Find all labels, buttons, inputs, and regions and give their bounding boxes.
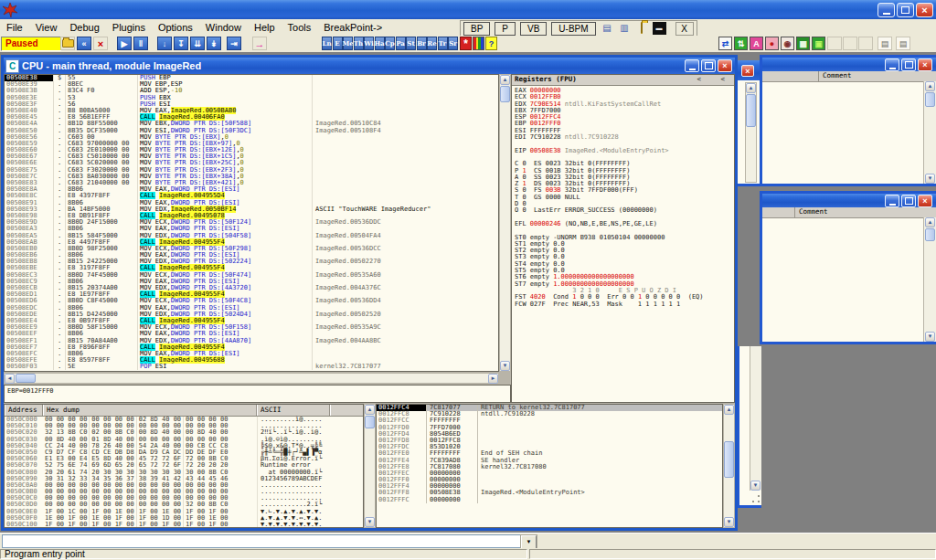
stack-row[interactable]: 0012FFFC00000000 [377,497,722,503]
command-combobox[interactable]: ▼ [2,534,537,548]
assemble-icon[interactable]: A [750,37,763,50]
scroll-right-icon[interactable]: ► [488,374,498,384]
registers-pane[interactable]: Registers (FPU) < < EAX 00000000ECX 0012… [511,74,735,403]
cpu-window[interactable]: C CPU - main thread, module ImageRed × 0… [1,55,738,531]
colors-icon[interactable] [473,37,484,50]
panel-button-e[interactable]: E [333,37,343,50]
background-window-sliver[interactable]: ▼ [737,346,761,508]
command-input[interactable] [4,536,525,546]
menu-item-file[interactable]: File [0,20,29,35]
stack-row[interactable]: 0012FFCCFFFFFFFF [377,417,722,424]
scroll-left-icon[interactable]: ◄ [5,374,15,384]
disasm-row[interactable]: 00508F03.5EPOP ESIkernel32.7C817077 [5,364,498,370]
stack-scrollbar[interactable]: ▲ ▼ [723,404,735,528]
scroll-down-icon[interactable]: ▼ [925,332,935,342]
restore-button[interactable] [897,3,914,17]
menu-item-view[interactable]: View [29,20,64,35]
plugin-close-button[interactable]: X [675,22,694,36]
close-button[interactable]: × [918,195,932,207]
registers-prev-icon[interactable]: < [697,75,701,84]
scroll-down-icon[interactable]: ▼ [724,517,734,527]
scrollbar[interactable]: ▼ [750,346,761,491]
console-icon[interactable]: ▬ [653,22,666,35]
minimize-button[interactable] [885,195,899,207]
dump-row[interactable]: 0050C1001F 00 1F 001F 00 1F 001F 00 1F 0… [5,522,363,528]
plugin-button-bp[interactable]: BP [463,22,490,36]
disassembly-pane[interactable]: 00508E38$55PUSH EBP00508E39.8BECMOV EBP,… [4,74,499,372]
panel-button-ha[interactable]: Ha [375,37,385,50]
maximize-button[interactable] [901,195,916,207]
disasm-row[interactable]: 00508EFE.E8 8597F8FFCALL ImageRed.004956… [5,357,498,364]
close-button[interactable]: × [918,58,932,71]
scroll-up-icon[interactable]: ▲ [925,217,935,227]
menu-item-plugins[interactable]: Plugins [106,20,152,35]
keypad-icon[interactable]: ▦ [796,37,810,50]
panel-button-re[interactable]: Re [427,37,437,50]
run-icon[interactable]: ▶ [117,37,132,50]
scroll-up-icon[interactable]: ▲ [925,81,935,91]
combo-dropdown-icon[interactable]: ▼ [521,535,537,549]
panel-button-br[interactable]: Br [417,37,427,50]
step-over-icon[interactable]: ↧ [174,37,188,50]
stack-row[interactable]: 0012FFF800508E38ImageRed.<ModuleEntryPoi… [377,490,722,496]
scroll-up-icon[interactable]: ▲ [724,405,734,415]
stack-row[interactable]: 0012FFE87C817080kernel32.7C817080 [377,464,722,470]
restart-icon[interactable]: « [77,37,91,50]
comment-window-top-title[interactable]: × [762,58,936,71]
stack-row[interactable]: 0012FFD80012FFC8 [377,438,722,444]
dump-pane[interactable]: Address Hex dump ASCII 0050C00000 00 00 … [4,404,364,528]
disasm-row[interactable]: 00508E3B.83C4 F0ADD ESP,-10 [5,88,498,94]
scroll-up-icon[interactable]: ▲ [746,83,756,93]
maximize-button[interactable] [701,59,716,72]
record-icon[interactable]: ● [765,37,779,50]
close-program-icon[interactable]: × [93,37,108,50]
maximize-button[interactable] [901,58,916,71]
help-icon[interactable]: ? [485,37,497,50]
scroll-up-icon[interactable]: ▲ [365,405,375,415]
spiral-icon[interactable]: ◉ [781,37,794,50]
disassembly-scrollbar[interactable]: ▲ ▼ [499,74,511,372]
scroll-down-icon[interactable]: ▼ [925,174,935,184]
menu-item-help[interactable]: Help [248,20,282,35]
stack-row[interactable]: 0012FFF000000000 [377,477,722,483]
stack-row[interactable]: 0012FFD48054B6ED [377,431,722,438]
scroll-down-icon[interactable]: ▼ [365,517,375,527]
close-button[interactable]: × [916,3,933,17]
menu-item-debug[interactable]: Debug [63,20,105,35]
new-doc-icon[interactable]: ▤ [601,22,614,35]
panel-button-tr[interactable]: Tr [438,37,448,50]
stack-row[interactable]: 0012FFE0FFFFFFFFEnd of SEH chain [377,450,722,457]
panel-button-pa[interactable]: Pa [396,37,406,50]
close-button[interactable]: × [718,59,732,72]
screen-icon[interactable]: ▣ [812,37,825,50]
menu-item-tools[interactable]: Tools [282,20,318,35]
panel-button-ln[interactable]: Ln [322,37,332,50]
updown-icon[interactable]: ⇅ [734,37,748,50]
background-window-title[interactable]: × [737,60,760,80]
appearance-icon[interactable]: * [460,37,472,50]
stack-row[interactable]: 0012FFE47C839AD8SE handler [377,458,722,464]
report-list-icon[interactable]: ▤ [896,37,910,50]
registers-prev2-icon[interactable]: < [720,75,725,84]
panel-button-me[interactable]: Me [343,37,353,50]
cpu-title-bar[interactable]: C CPU - main thread, module ImageRed × [4,58,735,74]
copy-doc-icon[interactable]: ▥ [618,22,632,35]
stack-row[interactable]: 0012FFD07FFD7000 [377,425,722,431]
comment-window-top[interactable]: × Comment ▲ ▼ [760,55,936,186]
comment-window-bottom-title[interactable]: × [762,194,936,207]
stack-row[interactable]: 0012FFC47C817077RETURN to kernel32.7C817… [377,405,722,411]
menu-item-window[interactable]: Window [199,20,248,35]
scrollbar[interactable]: ▲ ▼ [923,81,936,184]
animate-into-icon[interactable]: ⇊ [190,37,205,50]
scroll-down-icon[interactable]: ▼ [500,361,510,371]
animate-over-icon[interactable]: ↡ [207,37,221,50]
menu-item-breakpoint[interactable]: BreakPoint-> [317,20,388,35]
scroll-up-icon[interactable]: ▲ [500,75,510,85]
stack-row[interactable]: 0012FFDC853D1020 [377,444,722,450]
scrollbar[interactable]: ▲ [745,82,757,183]
execute-till-return-icon[interactable]: ⇥ [227,37,241,50]
minimize-button[interactable] [878,3,895,17]
comment-window-bottom[interactable]: × Comment ▲ ▼ [760,191,936,344]
background-window[interactable]: × ▲ [737,60,760,186]
stack-row[interactable]: 0012FFC87C910228ntdll.7C910228 [377,411,722,417]
